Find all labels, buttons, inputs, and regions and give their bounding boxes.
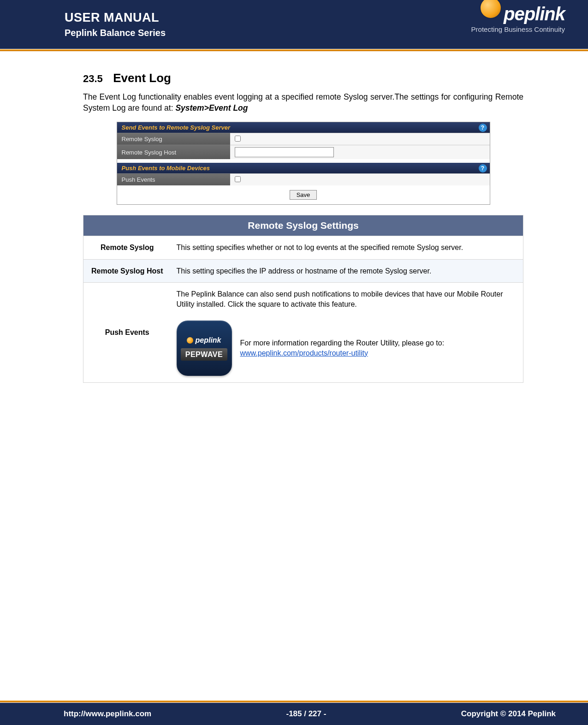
section-heading: 23.5 Event Log xyxy=(83,71,523,85)
config-group-1-title: Send Events to Remote Syslog Server xyxy=(122,124,231,131)
section-number: 23.5 xyxy=(83,73,103,84)
app-icon-line1: peplink xyxy=(195,335,221,345)
intro-breadcrumb-path: System>Event Log xyxy=(175,103,248,113)
table-row: Push Events The Peplink Balance can also… xyxy=(83,283,523,382)
help-icon[interactable]: ? xyxy=(479,124,487,132)
table-row: Remote Syslog This setting specifies whe… xyxy=(83,236,523,260)
push-events-more-info: For more information regarding the Route… xyxy=(240,338,445,358)
row-text-cell: The Peplink Balance can also send push n… xyxy=(171,283,523,382)
row-text: This setting specifies the IP address or… xyxy=(171,259,523,283)
footer-copyright: Copyright © 2014 Peplink xyxy=(461,709,556,719)
brand-tagline: Protecting Business Continuity xyxy=(471,25,565,33)
save-row: Save xyxy=(117,185,490,204)
row-text: This setting specifies whether or not to… xyxy=(171,236,523,260)
page-header: USER MANUAL Peplink Balance Series pepli… xyxy=(0,0,588,49)
brand-name: peplink xyxy=(504,4,565,24)
section-intro: The Event Log functionality enables even… xyxy=(83,92,523,113)
footer-url: http://www.peplink.com xyxy=(64,709,151,719)
row-label: Push Events xyxy=(83,283,171,382)
config-panel: Send Events to Remote Syslog Server ? Re… xyxy=(117,122,490,205)
section-title: Event Log xyxy=(113,71,171,85)
push-events-text1: The Peplink Balance can also send push n… xyxy=(177,289,518,309)
save-button[interactable]: Save xyxy=(290,190,317,200)
page-footer: http://www.peplink.com -185 / 227 - Copy… xyxy=(0,703,588,725)
router-utility-app-icon: peplink PEPWAVE xyxy=(177,321,232,376)
row-remote-syslog-host-label: Remote Syslog Host xyxy=(117,145,230,160)
desc-table-title: Remote Syslog Settings xyxy=(83,215,523,236)
table-row: Remote Syslog Host This setting specifie… xyxy=(83,259,523,283)
push-events-checkbox[interactable] xyxy=(235,176,241,182)
settings-description-table: Remote Syslog Settings Remote Syslog Thi… xyxy=(83,215,523,382)
row-remote-syslog-label: Remote Syslog xyxy=(117,133,230,145)
help-icon[interactable]: ? xyxy=(479,164,487,172)
remote-syslog-host-input[interactable] xyxy=(235,147,334,157)
config-group-2-header: Push Events to Mobile Devices ? xyxy=(117,163,490,174)
brand-logo-area: peplink Protecting Business Continuity xyxy=(471,4,565,33)
intro-text: The Event Log functionality enables even… xyxy=(83,92,523,113)
page-content: 23.5 Event Log The Event Log functionali… xyxy=(0,52,588,383)
footer-page-number: -185 / 227 - xyxy=(286,709,326,719)
app-icon-line2: PEPWAVE xyxy=(181,348,227,361)
brand-orb-icon xyxy=(187,337,193,344)
row-label: Remote Syslog xyxy=(83,236,171,260)
config-group-2-title: Push Events to Mobile Devices xyxy=(122,165,210,172)
remote-syslog-checkbox[interactable] xyxy=(235,136,241,142)
router-utility-link[interactable]: www.peplink.com/products/router-utility xyxy=(240,349,368,357)
row-label: Remote Syslog Host xyxy=(83,259,171,283)
row-push-events-label: Push Events xyxy=(117,174,230,186)
config-group-1-header: Send Events to Remote Syslog Server ? xyxy=(117,122,490,133)
brand-orb-icon xyxy=(481,0,501,18)
push-events-text2: For more information regarding the Route… xyxy=(240,339,445,347)
